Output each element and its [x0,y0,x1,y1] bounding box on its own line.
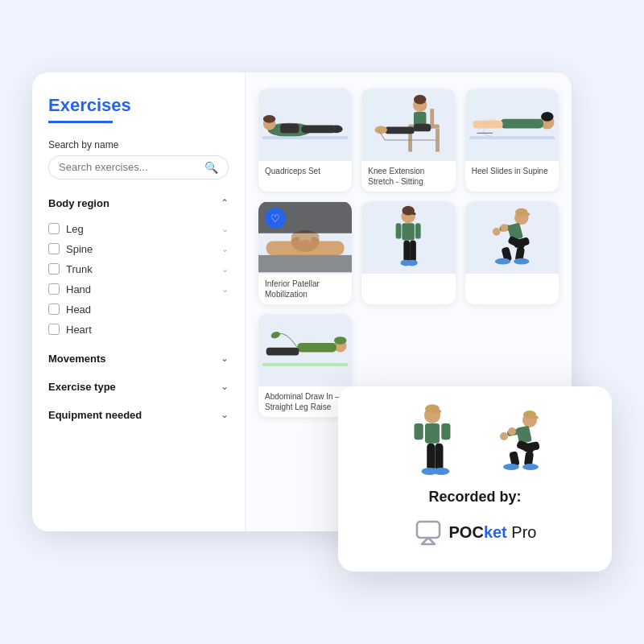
exercise-img-6 [465,201,559,274]
exercise-card-2[interactable]: Knee Extension Stretch - Sitting [361,89,455,192]
equipment-label: Equipment needed [48,409,142,421]
svg-point-64 [334,337,347,345]
filter-item-spine[interactable]: Spine ⌄ [48,239,229,259]
svg-point-23 [541,112,554,122]
exercise-label-2: Knee Extension Stretch - Sitting [361,161,455,192]
equipment-header[interactable]: Equipment needed ⌄ [48,406,229,424]
exercise-card-6[interactable] [465,201,559,304]
svg-rect-36 [258,255,352,272]
svg-rect-46 [396,224,402,239]
chevron-right-trunk: ⌄ [221,264,229,275]
filter-item-leg[interactable]: Leg ⌄ [48,219,229,239]
exercise-illustration-6 [465,202,559,272]
search-icon: 🔍 [204,161,218,174]
svg-rect-76 [435,444,443,471]
exercise-img-5 [361,201,455,274]
exercise-label-5 [361,274,455,296]
svg-rect-12 [431,109,435,129]
title-underline [48,121,113,123]
recorded-exercise-figures [396,411,554,476]
checkbox-trunk[interactable] [48,263,60,275]
svg-rect-68 [262,363,349,366]
svg-point-91 [522,464,539,470]
equipment-filter: Equipment needed ⌄ [48,406,229,424]
svg-point-45 [407,260,419,266]
svg-rect-41 [402,224,415,241]
exercise-img-7 [258,314,352,386]
exercise-type-filter: Exercise type ⌄ [48,378,229,396]
body-region-items: Leg ⌄ Spine ⌄ Trunk [48,219,229,340]
exercise-card-1[interactable]: Quadriceps Set [258,89,352,192]
svg-rect-75 [427,444,435,471]
checkbox-leg[interactable] [48,223,60,234]
exercise-img-4: ♡ [258,201,352,274]
body-region-label: Body region [48,197,109,209]
svg-point-3 [263,115,276,123]
filter-item-hand[interactable]: Hand ⌄ [48,279,229,299]
chevron-up-icon: ⌃ [221,197,229,208]
chevron-right-leg: ⌄ [221,224,229,234]
filter-label-spine: Spine [66,243,93,255]
exercise-label-1: Quadriceps Set [258,161,352,184]
filter-item-heart[interactable]: Heart [48,320,229,340]
exercise-label-6 [465,274,559,296]
svg-rect-72 [425,423,440,444]
pocket-accent: ket [484,523,507,541]
svg-rect-47 [415,224,421,239]
exercise-card-4[interactable]: ♡ Inferior Patellar Mobilization [258,201,352,304]
filter-label-hand: Hand [66,283,91,295]
search-label: Search by name [48,139,229,151]
filter-label-leg: Leg [66,223,84,235]
exercise-img-3 [465,89,559,161]
pocket-pro-logo: POCket Pro [414,518,537,547]
svg-point-61 [514,258,529,265]
exercise-grid: Quadriceps Set [258,89,559,417]
svg-rect-82 [516,425,532,444]
svg-point-60 [495,258,510,265]
checkbox-hand[interactable] [48,283,60,295]
filter-label-heart: Heart [66,324,92,336]
exercise-img-1 [258,89,352,161]
movements-filter: Movements ⌄ [48,349,229,368]
svg-rect-42 [404,241,411,262]
squat-figure [481,411,554,476]
chevron-down-movements: ⌄ [221,353,229,364]
svg-rect-92 [417,522,440,538]
filter-label-trunk: Trunk [66,263,93,275]
search-input[interactable] [59,161,204,173]
svg-point-85 [508,427,516,436]
svg-rect-74 [441,423,450,440]
exercise-type-header[interactable]: Exercise type ⌄ [48,378,229,396]
recorded-by-card: Recorded by: POCket Pro [338,386,612,572]
checkbox-spine[interactable] [48,243,60,254]
chevron-right-hand: ⌄ [221,284,229,295]
svg-point-54 [493,228,501,236]
movements-label: Movements [48,353,106,365]
exercise-illustration-7 [258,315,352,385]
svg-rect-73 [415,423,423,440]
filter-item-head[interactable]: Head [48,299,229,320]
svg-rect-43 [410,241,416,262]
exercise-label-3: Heel Slides in Supine [465,161,559,184]
pro-text: Pro [511,523,536,541]
chevron-down-equipment: ⌄ [221,409,229,420]
svg-rect-4 [280,124,299,134]
chevron-down-exercise-type: ⌄ [221,381,229,392]
exercise-type-label: Exercise type [48,381,116,393]
exercise-illustration-2 [361,89,455,159]
movements-header[interactable]: Movements ⌄ [48,349,229,368]
checkbox-heart[interactable] [48,324,60,335]
checkbox-head[interactable] [48,303,60,315]
svg-point-78 [433,468,449,475]
exercise-card-3[interactable]: Heel Slides in Supine [465,89,559,192]
exercise-illustration-5 [361,202,455,272]
recorded-title: Recorded by: [428,489,521,506]
svg-point-55 [500,225,508,233]
filter-label-head: Head [66,303,91,316]
exercise-illustration-1 [258,89,352,159]
svg-point-6 [330,126,343,134]
filter-item-trunk[interactable]: Trunk ⌄ [48,259,229,279]
body-region-header[interactable]: Body region ⌃ [48,194,229,213]
search-box[interactable]: 🔍 [48,155,229,180]
exercise-card-5[interactable] [361,201,455,304]
